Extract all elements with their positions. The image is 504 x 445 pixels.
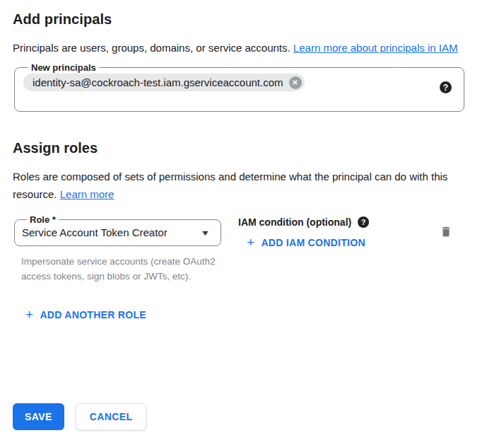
iam-condition-column: IAM condition (optional) ? + ADD IAM CON… <box>238 215 369 250</box>
add-principals-panel: Add principals Principals are users, gro… <box>0 0 504 445</box>
add-iam-condition-button[interactable]: + ADD IAM CONDITION <box>247 237 365 248</box>
role-binding-row: Role * Service Account Token Creator ▼ I… <box>14 215 490 284</box>
plus-icon: + <box>25 309 33 320</box>
principals-help-icon[interactable]: ? <box>440 81 452 93</box>
roles-description: Roles are composed of sets of permission… <box>13 168 478 203</box>
chip-remove-icon[interactable]: ✕ <box>289 76 302 89</box>
role-label: Role * <box>27 215 59 224</box>
iam-condition-help-icon[interactable]: ? <box>358 216 369 228</box>
page-title: Add principals <box>13 11 504 28</box>
add-another-role-button[interactable]: + ADD ANOTHER ROLE <box>25 309 146 320</box>
save-button[interactable]: SAVE <box>13 403 64 430</box>
role-helper-text: Impersonate service accounts (create OAu… <box>21 254 218 284</box>
principals-description-text: Principals are users, groups, domains, o… <box>13 42 291 54</box>
role-selected-value: Service Account Token Creator <box>22 226 168 238</box>
add-iam-condition-label: ADD IAM CONDITION <box>261 237 365 248</box>
iam-condition-label: IAM condition (optional) <box>238 216 351 228</box>
assign-roles-title: Assign roles <box>13 140 504 156</box>
learn-more-roles-link[interactable]: Learn more <box>60 188 115 200</box>
new-principals-label: New principals <box>28 63 99 72</box>
new-principals-field[interactable]: New principals identity-sa@cockroach-tes… <box>14 63 464 112</box>
principal-chip[interactable]: identity-sa@cockroach-test.iam.gservicea… <box>23 74 305 91</box>
chevron-down-icon: ▼ <box>200 229 210 237</box>
learn-more-principals-link[interactable]: Learn more about principals in IAM <box>293 42 458 54</box>
plus-icon: + <box>247 237 254 248</box>
iam-condition-label-row: IAM condition (optional) ? <box>238 216 369 228</box>
delete-role-button[interactable] <box>440 225 452 238</box>
role-dropdown[interactable]: Role * Service Account Token Creator ▼ <box>14 215 221 246</box>
add-another-role-label: ADD ANOTHER ROLE <box>40 309 146 320</box>
principals-description: Principals are users, groups, domains, o… <box>13 39 478 57</box>
footer-actions: SAVE CANCEL <box>13 403 146 430</box>
trash-icon <box>440 225 452 238</box>
role-column: Role * Service Account Token Creator ▼ I… <box>14 215 221 284</box>
principal-chip-text: identity-sa@cockroach-test.iam.gservicea… <box>33 76 283 88</box>
cancel-button[interactable]: CANCEL <box>76 403 147 430</box>
